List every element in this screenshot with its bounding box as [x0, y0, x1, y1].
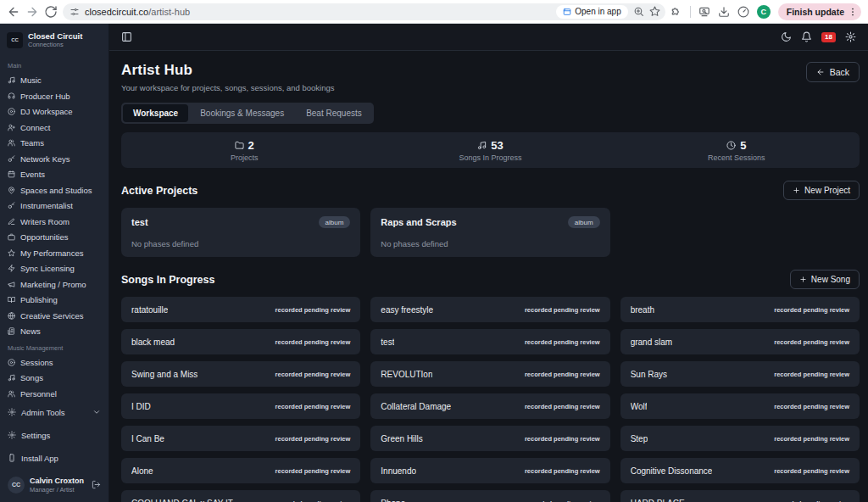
song-row[interactable]: grand slam recorded pending review — [620, 329, 860, 354]
sidebar-toggle-icon[interactable] — [121, 31, 132, 42]
sidebar-header[interactable]: CC Closed Circuit Connections — [0, 24, 108, 55]
stats-card: 2 Projects 53 Songs In Progress — [121, 132, 860, 168]
install-app-label: Install App — [21, 454, 58, 463]
song-row[interactable]: Green Hills recorded pending review — [370, 426, 609, 451]
download-icon[interactable] — [718, 6, 730, 18]
song-row[interactable]: Innuendo recorded pending review — [370, 458, 609, 483]
song-title: test — [381, 337, 394, 347]
extensions-icon[interactable] — [670, 6, 682, 18]
newspaper-icon — [8, 327, 15, 335]
user-role: Manager / Artist — [30, 486, 84, 494]
sidebar-nav-item[interactable]: Opportunities — [0, 229, 108, 245]
song-row[interactable]: Step recorded pending review — [620, 426, 860, 451]
logout-icon[interactable] — [92, 480, 101, 489]
sidebar-nav-item[interactable]: News — [0, 323, 108, 339]
sidebar: CC Closed Circuit Connections Main Music — [0, 24, 109, 502]
sidebar-nav-item[interactable]: My Performances — [0, 245, 108, 261]
sidebar-user[interactable]: CC Calvin Croxton Manager / Artist — [0, 470, 108, 502]
zap-icon — [8, 265, 15, 272]
song-title: Step — [631, 434, 648, 443]
tab[interactable]: Workspace — [123, 104, 188, 122]
stat-value: 5 — [740, 139, 746, 152]
sidebar-nav-item[interactable]: Songs — [0, 370, 108, 386]
browser-reload-icon[interactable] — [44, 5, 58, 19]
sidebar-nav-item[interactable]: Sessions — [0, 354, 108, 371]
headphones-icon — [8, 92, 15, 100]
topbar-actions: 18 — [781, 31, 856, 42]
project-card[interactable]: test album No phases defined — [121, 208, 360, 257]
screen-search-icon[interactable] — [698, 6, 710, 18]
finish-update-button[interactable]: Finish update — [778, 3, 861, 20]
site-settings-icon[interactable] — [70, 7, 80, 17]
sidebar-nav-item[interactable]: Publishing — [0, 292, 108, 308]
song-row[interactable]: breath recorded pending review — [620, 297, 860, 322]
song-row[interactable]: Phone recorded pending review — [370, 490, 609, 502]
song-title: HARD PLACE — [631, 499, 685, 502]
theme-moon-icon[interactable] — [781, 31, 792, 42]
nav-item-label: Spaces and Studios — [20, 186, 92, 195]
tab[interactable]: Beat Requests — [296, 104, 372, 122]
sidebar-item-install-app[interactable]: Install App — [0, 447, 108, 470]
song-row[interactable]: I DID recorded pending review — [121, 393, 360, 419]
nav-item-label: Sessions — [20, 358, 53, 367]
sidebar-nav-item[interactable]: Instrumentalist — [0, 198, 108, 214]
sidebar-nav-item[interactable]: Connect — [0, 120, 108, 136]
song-row[interactable]: Cognitive Dissonance recorded pending re… — [620, 458, 860, 483]
song-row[interactable]: Collateral Damage recorded pending revie… — [370, 393, 609, 419]
stat-label: Projects — [231, 153, 259, 162]
sidebar-nav-item[interactable]: Events — [0, 166, 108, 182]
sidebar-nav-item[interactable]: Spaces and Studios — [0, 182, 108, 198]
project-card[interactable]: Raps and Scraps album No phases defined — [370, 208, 609, 257]
sidebar-nav-item[interactable]: Teams — [0, 135, 108, 151]
song-row[interactable]: Alone recorded pending review — [121, 458, 360, 483]
sidebar-nav-item[interactable]: Writers Room — [0, 214, 108, 230]
nav-item-label: Opportunities — [20, 232, 69, 242]
sidebar-nav-item[interactable]: Sync Licensing — [0, 260, 108, 276]
song-row[interactable]: black mead recorded pending review — [121, 329, 360, 354]
browser-forward-icon[interactable] — [25, 5, 39, 19]
new-project-button[interactable]: New Project — [783, 181, 860, 200]
song-row[interactable]: Swing and a Miss recorded pending review — [121, 361, 360, 387]
bookmark-star-icon[interactable] — [649, 6, 660, 17]
browser-menu-icon[interactable] — [848, 7, 858, 17]
browser-profile-avatar[interactable]: C — [757, 5, 771, 19]
sidebar-nav-item[interactable]: DJ Workspace — [0, 103, 108, 120]
sidebar-nav-item[interactable]: Producer Hub — [0, 88, 108, 104]
zoom-icon[interactable] — [633, 6, 644, 17]
sidebar-nav-item[interactable]: Network Keys — [0, 151, 108, 167]
project-type-badge: album — [319, 216, 351, 228]
song-title: grand slam — [631, 337, 672, 347]
tab[interactable]: Bookings & Messages — [190, 104, 294, 122]
settings-gear-icon[interactable] — [845, 31, 856, 42]
song-row[interactable]: REVOLUTIon recorded pending review — [370, 361, 609, 387]
song-row[interactable]: ratatouille recorded pending review — [121, 297, 360, 322]
song-row[interactable]: Sun Rays recorded pending review — [620, 361, 860, 387]
sidebar-nav-item[interactable]: Personnel — [0, 386, 108, 399]
back-button[interactable]: Back — [806, 62, 860, 82]
song-row[interactable]: HARD PLACE recorded pending review — [620, 490, 860, 502]
nav-item-label: Creative Services — [20, 311, 83, 321]
sidebar-nav-item[interactable]: Creative Services — [0, 308, 108, 324]
sidebar-nav-item[interactable]: Marketing / Promo — [0, 276, 108, 293]
project-title: Raps and Scraps — [381, 217, 456, 227]
disc-icon — [8, 359, 15, 366]
address-bar[interactable]: closedcircuit.co/artist-hub Open in app — [63, 3, 665, 20]
browser-back-icon[interactable] — [7, 5, 20, 19]
song-row[interactable]: COOLHAND CAL x SAY IT recorded pending r… — [121, 490, 360, 502]
sidebar-item-admin-tools[interactable]: Admin Tools — [0, 401, 108, 424]
performance-icon[interactable] — [737, 6, 749, 18]
song-row[interactable]: I Can Be recorded pending review — [121, 426, 360, 451]
notifications-bell-icon[interactable] — [801, 31, 812, 42]
url-text[interactable]: closedcircuit.co/artist-hub — [85, 7, 190, 17]
song-row[interactable]: Wolf recorded pending review — [620, 393, 860, 419]
toolbar-divider — [690, 6, 691, 18]
sidebar-nav-item[interactable]: Music — [0, 72, 108, 88]
open-in-app-chip[interactable]: Open in app — [556, 5, 628, 19]
song-row[interactable]: easy freestyle recorded pending review — [370, 297, 609, 322]
song-status-badge: recorded pending review — [275, 467, 351, 475]
notification-count-badge[interactable]: 18 — [821, 32, 836, 42]
sidebar-item-settings[interactable]: Settings — [0, 424, 108, 447]
new-song-button[interactable]: New Song — [790, 270, 860, 289]
song-row[interactable]: test recorded pending review — [370, 329, 609, 354]
folder-icon — [235, 141, 244, 150]
